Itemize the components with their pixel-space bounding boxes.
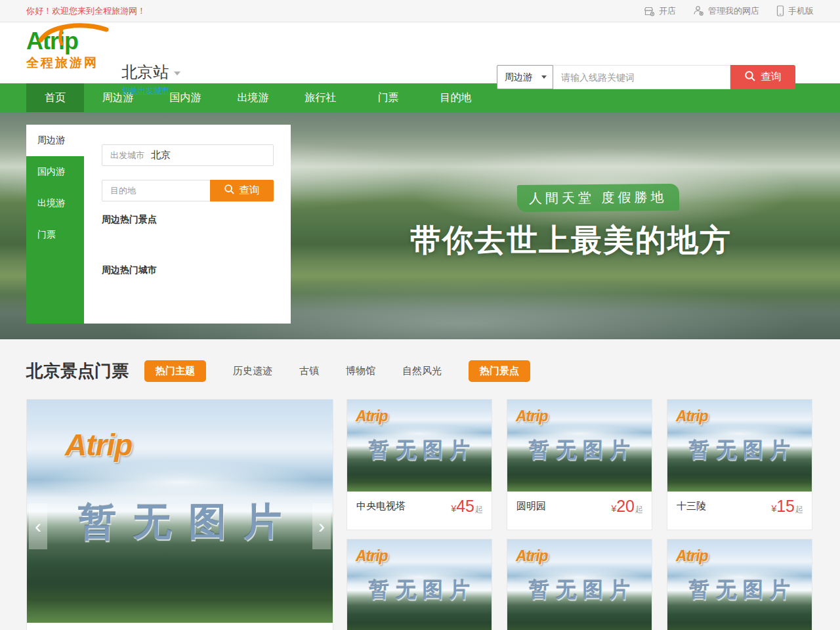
- card-title: 中央电视塔: [356, 500, 406, 513]
- ticket-card[interactable]: Atrip 暂无图片: [346, 539, 492, 630]
- placeholder-image: Atrip 暂无图片: [347, 400, 492, 492]
- side-tab-tickets[interactable]: 门票: [26, 219, 84, 251]
- user-icon: [693, 5, 704, 16]
- card-caption: 十三陵 ¥ 15 起: [667, 492, 812, 520]
- card-caption: 圆明园 ¥ 20 起: [507, 492, 652, 520]
- placeholder-text: 暂无图片: [347, 576, 492, 604]
- placeholder-text: 暂无图片: [507, 436, 652, 464]
- ticket-card-yuanmingyuan[interactable]: Atrip 暂无图片 圆明园 ¥ 20 起: [507, 399, 652, 530]
- site-header: Atrip 全程旅游网 北京站 切换出发城市 周边游 查询: [0, 22, 840, 83]
- mobile-version-link[interactable]: 手机版: [776, 5, 814, 17]
- destination-input[interactable]: [102, 180, 210, 201]
- logo-subtitle: 全程旅游网: [26, 55, 115, 71]
- manage-shop-link[interactable]: 管理我的网店: [693, 5, 759, 17]
- ticket-tabs: 热门主题 历史遗迹 古镇 博物馆 自然风光: [144, 360, 442, 382]
- carousel-prev-button[interactable]: ‹: [29, 503, 47, 549]
- switch-city-link[interactable]: 切换出发城市: [122, 85, 169, 96]
- ticket-card-ming-tombs[interactable]: Atrip 暂无图片 十三陵 ¥ 15 起: [667, 399, 812, 530]
- tab-museums[interactable]: 博物馆: [346, 365, 375, 377]
- side-tab-outbound[interactable]: 出境游: [26, 188, 84, 219]
- logo-trip: trip: [43, 28, 78, 54]
- search-category-value: 周边游: [505, 72, 532, 83]
- search-category-select[interactable]: 周边游: [497, 65, 553, 89]
- currency-symbol: ¥: [771, 503, 776, 514]
- search-input[interactable]: [553, 65, 730, 89]
- hero-title: 带你去世上最美的地方: [341, 220, 801, 261]
- tab-ancient-towns[interactable]: 古镇: [299, 365, 319, 377]
- placeholder-image: Atrip 暂无图片: [667, 539, 812, 630]
- topbar: 你好！欢迎您来到全程旅游网！ 开店 管理我的网店 手机版: [0, 0, 840, 22]
- manage-shop-label: 管理我的网店: [708, 5, 759, 17]
- mobile-icon: [776, 5, 784, 16]
- chevron-down-icon: [174, 72, 180, 75]
- placeholder-logo: Atrip: [356, 547, 388, 565]
- placeholder-text: 暂无图片: [667, 436, 812, 464]
- placeholder-image: Atrip 暂无图片: [347, 539, 492, 630]
- nav-item-agency[interactable]: 旅行社: [287, 83, 354, 112]
- placeholder-logo: Atrip: [356, 408, 388, 425]
- section-title: 北京景点门票: [26, 360, 129, 383]
- price-suffix: 起: [475, 504, 483, 515]
- nav-item-outbound[interactable]: 出境游: [219, 83, 287, 112]
- currency-symbol: ¥: [451, 503, 456, 514]
- carousel-next-button[interactable]: ›: [312, 503, 331, 549]
- station-name: 北京站: [121, 62, 169, 83]
- tab-historic-sites[interactable]: 历史遗迹: [233, 365, 272, 377]
- currency-symbol: ¥: [611, 503, 616, 514]
- tab-hot-spots[interactable]: 热门景点: [469, 360, 530, 382]
- card-price: ¥ 15 起: [771, 497, 803, 516]
- ticket-card[interactable]: Atrip 暂无图片: [507, 539, 652, 630]
- search-icon: [224, 184, 235, 198]
- ticket-cards: Atrip 暂无图片 ‹ › Atrip 暂无图片 中央电视塔 ¥ 45: [26, 399, 814, 630]
- carousel-caption: [27, 623, 333, 630]
- placeholder-image: Atrip 暂无图片: [667, 400, 812, 492]
- header-search-bar: 周边游 查询: [497, 65, 795, 89]
- topbar-links: 开店 管理我的网店 手机版: [644, 5, 814, 17]
- card-price: ¥ 20 起: [611, 497, 643, 516]
- price-value: 20: [616, 497, 635, 516]
- placeholder-logo: Atrip: [676, 408, 708, 425]
- beijing-tickets-section: 北京景点门票 热门主题 历史遗迹 古镇 博物馆 自然风光 热门景点 Atrip …: [0, 339, 840, 630]
- nav-item-tickets[interactable]: 门票: [354, 83, 422, 112]
- open-shop-link[interactable]: 开店: [644, 5, 676, 17]
- shop-icon: [644, 6, 655, 16]
- hot-spots-heading: 周边热门景点: [102, 214, 274, 226]
- placeholder-logo: Atrip: [516, 408, 548, 425]
- site-logo[interactable]: Atrip 全程旅游网: [26, 29, 115, 71]
- card-price: ¥ 45 起: [451, 497, 483, 516]
- placeholder-image: Atrip 暂无图片 ‹ ›: [27, 400, 333, 623]
- mobile-version-label: 手机版: [788, 5, 814, 17]
- ticket-card[interactable]: Atrip 暂无图片: [667, 539, 812, 630]
- price-suffix: 起: [635, 504, 643, 515]
- placeholder-text: 暂无图片: [667, 576, 812, 604]
- side-tab-domestic[interactable]: 国内游: [26, 156, 84, 188]
- depart-city-label: 出发城市: [110, 150, 144, 161]
- header-search-button[interactable]: 查询: [730, 65, 795, 89]
- panel-search-button[interactable]: 查询: [210, 180, 274, 201]
- placeholder-logo: Atrip: [516, 547, 548, 565]
- search-icon: [744, 70, 756, 85]
- destination-row: 查询: [102, 180, 274, 201]
- placeholder-text: 暂无图片: [27, 497, 333, 548]
- welcome-message: 你好！欢迎您来到全程旅游网！: [26, 5, 146, 17]
- side-tab-nearby[interactable]: 周边游: [26, 125, 84, 156]
- placeholder-image: Atrip 暂无图片: [507, 539, 652, 630]
- price-value: 45: [456, 497, 474, 516]
- price-value: 15: [776, 497, 795, 516]
- card-caption: 中央电视塔 ¥ 45 起: [347, 492, 492, 520]
- city-station-selector[interactable]: 北京站: [121, 62, 180, 83]
- ticket-card-cctv-tower[interactable]: Atrip 暂无图片 中央电视塔 ¥ 45 起: [346, 399, 492, 530]
- card-title: 圆明园: [516, 500, 546, 513]
- nav-item-home[interactable]: 首页: [26, 83, 84, 112]
- depart-city-field[interactable]: 出发城市 北京: [102, 144, 274, 166]
- card-title: 十三陵: [677, 500, 706, 513]
- tab-hot-themes[interactable]: 热门主题: [144, 360, 206, 382]
- hero-banner: 周边游 国内游 出境游 门票 出发城市 北京 查询 周边热门景点 周边热门城市 …: [0, 112, 840, 339]
- nav-item-destination[interactable]: 目的地: [422, 83, 490, 112]
- placeholder-text: 暂无图片: [507, 576, 652, 604]
- placeholder-text: 暂无图片: [347, 436, 492, 464]
- tab-natural-scenery[interactable]: 自然风光: [402, 365, 442, 377]
- featured-carousel-card[interactable]: Atrip 暂无图片 ‹ ›: [26, 399, 333, 630]
- panel-search-label: 查询: [239, 184, 260, 198]
- placeholder-image: Atrip 暂无图片: [507, 400, 652, 492]
